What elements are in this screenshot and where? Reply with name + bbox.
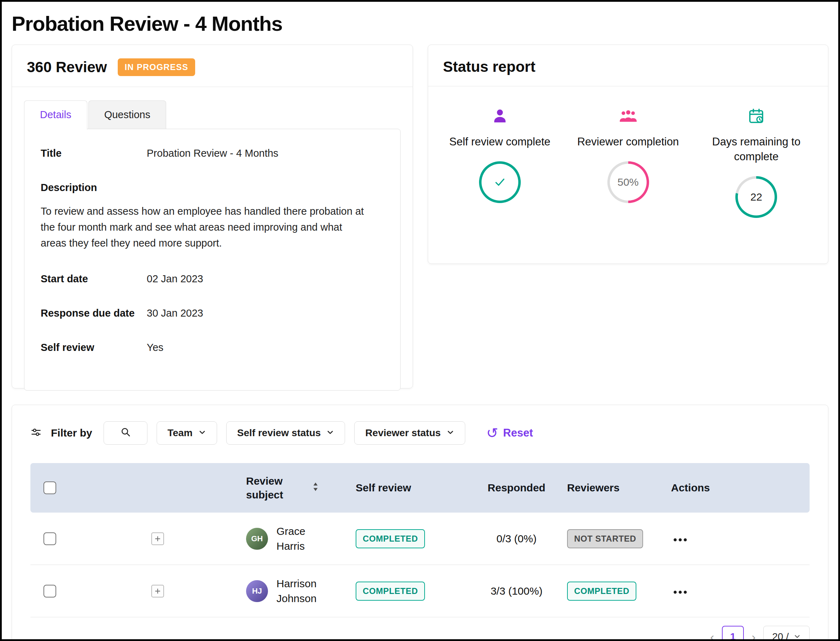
top-cards-row: 360 Review IN PROGRESS Details Questions…	[2, 45, 838, 388]
reset-label: Reset	[503, 427, 533, 440]
page-number-button[interactable]: 1	[722, 626, 744, 641]
responded-value: 3/3 (100%)	[476, 585, 557, 597]
stat-reviewer-completion: Reviewer completion 50%	[565, 106, 692, 218]
self-review-label: Self review	[41, 342, 147, 353]
reviewers-status-badge: NOT STARTED	[567, 529, 643, 548]
review-card-title: 360 Review	[27, 59, 107, 76]
self-review-status-badge: COMPLETED	[356, 581, 425, 601]
column-header-responded: Responded	[476, 482, 557, 494]
reviewer-completion-ring: 50%	[607, 161, 649, 203]
status-report-header: Status report	[428, 45, 828, 86]
avatar: HJ	[246, 580, 268, 602]
status-report-title: Status report	[443, 58, 535, 75]
review-subjects-card: Filter by Team Self review status	[12, 405, 828, 641]
days-remaining-ring: 22	[736, 176, 777, 218]
review-card: 360 Review IN PROGRESS Details Questions…	[12, 45, 413, 388]
description-value: To review and assess how an employee has…	[41, 203, 366, 251]
column-header-self-review: Self review	[356, 482, 476, 494]
tab-details[interactable]: Details	[24, 100, 87, 129]
reviewers-status-badge: COMPLETED	[567, 581, 636, 601]
page-size-dropdown[interactable]: 20 /	[763, 626, 809, 641]
reset-filters-button[interactable]: ↺ Reset	[487, 426, 533, 440]
select-all-checkbox[interactable]	[43, 482, 56, 494]
chevron-down-icon	[447, 427, 454, 439]
team-filter-dropdown[interactable]: Team	[157, 421, 217, 445]
self-review-status-label: Self review status	[237, 427, 321, 439]
review-card-body: Details Questions Title Probation Review…	[12, 87, 413, 405]
description-label: Description	[41, 182, 384, 193]
chevron-down-icon	[794, 631, 801, 641]
team-filter-label: Team	[167, 427, 193, 439]
column-header-reviewers: Reviewers	[557, 482, 663, 494]
row-checkbox[interactable]	[43, 585, 56, 598]
chevron-down-icon	[326, 427, 334, 439]
search-button[interactable]	[104, 421, 148, 445]
review-subject-cell: GH Grace Harris	[246, 524, 356, 554]
start-date-value: 02 Jan 2023	[147, 273, 203, 285]
expand-row-icon[interactable]	[151, 585, 164, 598]
row-actions-menu-icon[interactable]	[671, 588, 689, 598]
row-checkbox[interactable]	[43, 532, 56, 545]
chevron-down-icon	[198, 427, 206, 439]
self-review-ring	[479, 161, 521, 203]
tab-questions[interactable]: Questions	[88, 100, 167, 129]
review-subject-cell: HJ Harrison Johnson	[246, 576, 356, 606]
ring-value: 22	[738, 179, 774, 216]
next-page-icon[interactable]: ›	[752, 630, 755, 641]
people-icon	[565, 106, 692, 126]
column-header-actions: Actions	[663, 482, 809, 494]
self-review-value: Yes	[147, 342, 163, 353]
detail-row-self-review: Self review Yes	[41, 342, 384, 353]
reset-icon: ↺	[487, 426, 498, 440]
ring-value: 50%	[610, 164, 647, 201]
page-title: Probation Review - 4 Months	[12, 12, 838, 35]
status-report-body: Self review complete	[428, 86, 828, 232]
self-review-status-badge: COMPLETED	[356, 529, 425, 548]
due-date-value: 30 Jan 2023	[147, 308, 203, 319]
expand-row-icon[interactable]	[151, 532, 164, 545]
column-header-review-subject[interactable]: Review subject	[246, 474, 356, 502]
search-icon	[120, 427, 131, 440]
detail-row-start-date: Start date 02 Jan 2023	[41, 273, 384, 285]
subject-name: Harrison Johnson	[276, 576, 333, 606]
filter-bar: Filter by Team Self review status	[31, 421, 809, 445]
status-report-card: Status report Self review complete	[428, 45, 828, 264]
sliders-icon	[31, 427, 42, 440]
table-header-row: Review subject Self review Responded Rev…	[31, 463, 809, 512]
stat-label: Reviewer completion	[565, 134, 692, 149]
filter-by-label: Filter by	[51, 427, 92, 439]
stat-self-review: Self review complete	[436, 106, 564, 218]
check-icon	[482, 164, 518, 201]
responded-value: 0/3 (0%)	[476, 533, 557, 545]
self-review-status-dropdown[interactable]: Self review status	[226, 421, 345, 445]
table-row: HJ Harrison Johnson COMPLETED 3/3 (100%)…	[31, 565, 809, 617]
pagination: ‹ 1 › 20 /	[31, 626, 809, 641]
stat-label: Days remaining to complete	[692, 134, 820, 164]
stat-days-remaining: Days remaining to complete 22	[692, 106, 820, 218]
person-icon	[436, 106, 564, 126]
reviewer-status-dropdown[interactable]: Reviewer status	[354, 421, 465, 445]
sort-icon[interactable]	[313, 482, 318, 494]
page-size-label: 20 /	[772, 631, 789, 641]
due-date-label: Response due date	[41, 308, 147, 319]
row-actions-menu-icon[interactable]	[671, 536, 689, 545]
title-label: Title	[41, 148, 147, 159]
subject-name: Grace Harris	[276, 524, 333, 554]
previous-page-icon[interactable]: ‹	[710, 630, 714, 641]
table-row: GH Grace Harris COMPLETED 0/3 (0%) NOT S…	[31, 512, 809, 565]
avatar: GH	[246, 528, 268, 550]
start-date-label: Start date	[41, 273, 147, 285]
stat-label: Self review complete	[436, 134, 564, 149]
calendar-clock-icon	[692, 106, 820, 126]
details-panel: Title Probation Review - 4 Months Descri…	[24, 129, 401, 391]
in-progress-badge: IN PROGRESS	[118, 58, 196, 76]
title-value: Probation Review - 4 Months	[147, 148, 278, 159]
detail-row-due-date: Response due date 30 Jan 2023	[41, 308, 384, 319]
detail-row-title: Title Probation Review - 4 Months	[41, 148, 384, 159]
review-card-header: 360 Review IN PROGRESS	[12, 45, 413, 87]
review-tabs: Details Questions	[24, 100, 401, 129]
reviewer-status-label: Reviewer status	[365, 427, 440, 439]
